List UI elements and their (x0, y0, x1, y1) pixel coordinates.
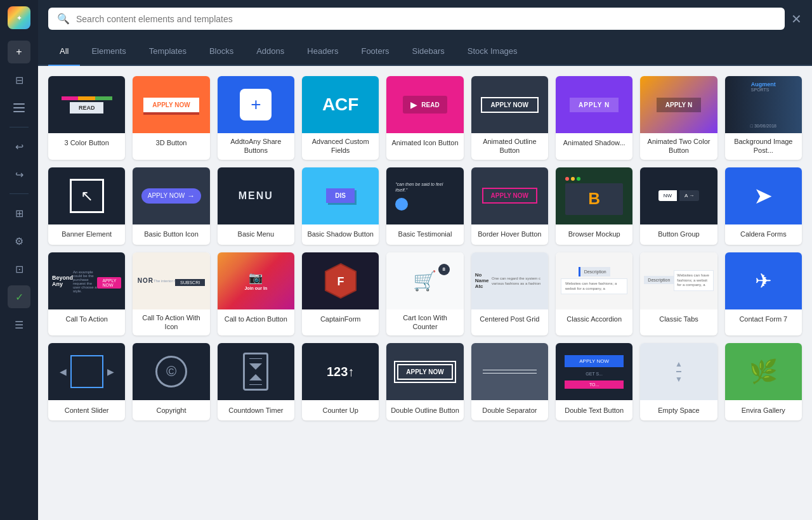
card-contact-form-7[interactable]: ✈ Contact Form 7 (725, 252, 802, 336)
card-label: Countdown Timer (218, 400, 294, 420)
card-thumb: "can then be said to feel itself." (386, 167, 463, 224)
card-thumb: B (556, 167, 632, 224)
card-thumb: APPLY NOW GET S... TO... (556, 343, 632, 400)
card-thumb: No Name Atc One can regard the system c … (471, 252, 548, 309)
tab-footers[interactable]: Footers (350, 37, 400, 66)
search-bar: 🔍 ✕ (38, 0, 812, 37)
card-animated-outline-button[interactable]: APPLY NOW Animated Outline Button (471, 76, 548, 160)
card-basic-menu[interactable]: MENU Basic Menu (218, 167, 294, 245)
card-thumb: ↖ (48, 167, 125, 224)
main-panel: 🔍 ✕ All Elements Templates Blocks Addons… (38, 0, 812, 520)
svg-rect-0 (13, 103, 25, 105)
card-captainform[interactable]: F CaptainForm (302, 252, 379, 336)
card-label: Button Group (640, 224, 717, 245)
sidebar-responsive-icon[interactable]: ⊞ (8, 202, 30, 224)
card-addtoany[interactable]: + AddtoAny Share Buttons (218, 76, 294, 160)
tab-templates[interactable]: Templates (138, 37, 198, 66)
tab-all[interactable]: All (48, 37, 80, 66)
card-thumb: + (218, 76, 294, 133)
sidebar-redo-icon[interactable]: ↪ (8, 163, 30, 186)
card-thumb: Description Websites can have fashions; … (556, 252, 632, 309)
tab-blocks[interactable]: Blocks (198, 37, 245, 66)
card-call-to-action-icon[interactable]: NOR The interior r SUBSCRI Call To Actio… (133, 252, 209, 336)
card-label: Content Slider (48, 400, 125, 420)
card-label: Animated Two Color Button (640, 133, 717, 160)
sidebar-menu-icon[interactable]: ☰ (8, 313, 30, 336)
sidebar-layers-icon[interactable] (8, 96, 30, 119)
card-thumb: ▶ READ (386, 76, 463, 133)
card-envira-gallery[interactable]: 🌿 Envira Gallery (725, 343, 802, 420)
app-logo: ✦ (8, 6, 30, 29)
card-thumb: ▲ ▼ (640, 343, 717, 400)
card-label: CaptainForm (302, 309, 379, 330)
card-centered-post-grid[interactable]: No Name Atc One can regard the system c … (471, 252, 548, 336)
card-label: Cart Icon With Counter (386, 309, 463, 336)
sidebar-check-icon[interactable]: ✓ (8, 285, 30, 308)
card-animated-icon-button[interactable]: ▶ READ Animated Icon Button (386, 76, 463, 160)
card-label: Call to Action Button (218, 309, 294, 330)
sidebar-settings-icon[interactable]: ⚙ (8, 230, 30, 252)
card-label: Classic Accordion (556, 309, 632, 330)
sidebar-add-icon[interactable]: + (8, 41, 30, 63)
card-classic-accordion[interactable]: Description Websites can have fashions; … (556, 252, 632, 336)
tab-addons[interactable]: Addons (245, 37, 296, 66)
card-thumb: MENU (218, 167, 294, 224)
sidebar: ✦ + ⊟ ↩ ↪ ⊞ ⚙ ⊡ ✓ ☰ (0, 0, 38, 520)
card-button-group[interactable]: NW A → Button Group (640, 167, 717, 245)
card-thumb: ➤ (725, 167, 802, 224)
card-double-outline-button[interactable]: APPLY NOW Double Outline Button (386, 343, 463, 420)
card-animated-shadow[interactable]: APPLY N Animated Shadow... (556, 76, 632, 160)
card-thumb (471, 343, 548, 400)
card-border-hover-button[interactable]: APPLY NOW Border Hover Button (471, 167, 548, 245)
tab-headers[interactable]: Headers (296, 37, 350, 66)
card-double-separator[interactable]: Double Separator (471, 343, 548, 420)
sidebar-divider (10, 127, 29, 127)
card-thumb: APPLY N (556, 76, 632, 133)
close-icon[interactable]: ✕ (791, 13, 802, 25)
card-label: AddtoAny Share Buttons (218, 133, 294, 160)
card-cart-icon-counter[interactable]: 🛒 8 Cart Icon With Counter (386, 252, 463, 336)
card-thumb: 🌿 (725, 343, 802, 400)
card-call-to-action[interactable]: Beyond Any An example could be the purch… (48, 252, 125, 336)
card-classic-tabs[interactable]: Description Websites can have fashions; … (640, 252, 717, 336)
card-label: Animated Shadow... (556, 133, 632, 153)
search-input[interactable] (76, 14, 776, 24)
card-content-slider[interactable]: ◀ ▶ Content Slider (48, 343, 125, 420)
card-thumb: APPLY N (640, 76, 717, 133)
card-thumb: ✈ (725, 252, 802, 309)
card-banner-element[interactable]: ↖ Banner Element (48, 167, 125, 245)
sidebar-pages-icon[interactable]: ⊟ (8, 68, 30, 91)
card-thumb: Augment SPORTS □ 30/06/2018 (725, 76, 802, 133)
card-caldera-forms[interactable]: ➤ Caldera Forms (725, 167, 802, 245)
card-copyright[interactable]: © Copyright (133, 343, 209, 420)
tab-elements[interactable]: Elements (80, 37, 137, 66)
card-thumb: 📷 Join our In (218, 252, 294, 309)
card-3color-button[interactable]: READ 3 Color Button (48, 76, 125, 160)
card-counter-up[interactable]: 123↑ Counter Up (302, 343, 379, 420)
card-countdown-timer[interactable]: Countdown Timer (218, 343, 294, 420)
card-basic-testimonial[interactable]: "can then be said to feel itself." Basic… (386, 167, 463, 245)
tab-bar: All Elements Templates Blocks Addons Hea… (38, 37, 812, 66)
svg-rect-1 (13, 107, 25, 108)
card-basic-button-icon[interactable]: APPLY NOW → Basic Button Icon (133, 167, 209, 245)
sidebar-display-icon[interactable]: ⊡ (8, 257, 30, 280)
card-thumb: Beyond Any An example could be the purch… (48, 252, 125, 309)
card-label: Double Outline Button (386, 400, 463, 420)
card-basic-shadow-button[interactable]: DIS Basic Shadow Button (302, 167, 379, 245)
tab-sidebars[interactable]: Sidebars (401, 37, 456, 66)
card-empty-space[interactable]: ▲ ▼ Empty Space (640, 343, 717, 420)
card-3d-button[interactable]: APPLY NOW 3D Button (133, 76, 209, 160)
card-label: Browser Mockup (556, 224, 632, 245)
svg-text:F: F (337, 275, 344, 288)
card-grid: READ 3 Color Button APPLY NOW 3D Button … (48, 76, 802, 420)
card-acf[interactable]: ACF Advanced Custom Fields (302, 76, 379, 160)
sidebar-undo-icon[interactable]: ↩ (8, 135, 30, 158)
grid-area: READ 3 Color Button APPLY NOW 3D Button … (38, 66, 812, 520)
card-label: Double Text Button (556, 400, 632, 420)
tab-stock-images[interactable]: Stock Images (456, 37, 529, 66)
card-call-to-action-button[interactable]: 📷 Join our In Call to Action Button (218, 252, 294, 336)
card-double-text-button[interactable]: APPLY NOW GET S... TO... Double Text But… (556, 343, 632, 420)
card-background-image-post[interactable]: Augment SPORTS □ 30/06/2018 Background I… (725, 76, 802, 160)
card-animated-two-color[interactable]: APPLY N Animated Two Color Button (640, 76, 717, 160)
card-browser-mockup[interactable]: B Browser Mockup (556, 167, 632, 245)
